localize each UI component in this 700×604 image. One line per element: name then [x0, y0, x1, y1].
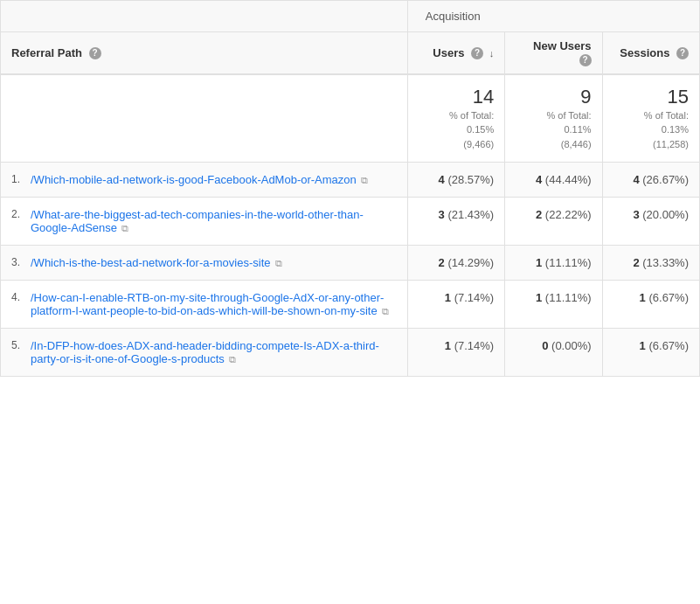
- sessions-help-icon[interactable]: ?: [676, 47, 689, 59]
- row-number: 1.: [11, 173, 27, 185]
- table-row: 1./Which-mobile-ad-network-is-good-Faceb…: [1, 163, 700, 198]
- sessions-cell: 4 (26.67%): [602, 163, 699, 198]
- totals-new-users-sub: % of Total: 0.11% (8,446): [516, 108, 591, 152]
- table-row: 2./What-are-the-biggest-ad-tech-companie…: [1, 198, 700, 246]
- new-users-help-icon[interactable]: ?: [579, 54, 592, 66]
- users-cell: 4 (28.57%): [407, 163, 504, 198]
- new-users-cell: 1 (11.11%): [505, 246, 602, 281]
- users-cell: 3 (21.43%): [407, 198, 504, 246]
- users-help-icon[interactable]: ?: [471, 47, 483, 59]
- sessions-cell: 1 (6.67%): [602, 281, 699, 329]
- new-users-cell: 4 (44.44%): [505, 163, 602, 198]
- referral-path-link[interactable]: /Which-mobile-ad-network-is-good-Faceboo…: [31, 173, 357, 186]
- users-cell: 1 (7.14%): [407, 281, 504, 329]
- copy-icon[interactable]: ⧉: [275, 258, 282, 269]
- copy-icon[interactable]: ⧉: [382, 306, 389, 317]
- analytics-table: Acquisition Referral Path ? Users ? ↓ Ne…: [0, 0, 700, 377]
- referral-path-help-icon[interactable]: ?: [89, 47, 101, 59]
- new-users-column-header: New Users ?: [505, 32, 602, 74]
- referral-path-link[interactable]: /What-are-the-biggest-ad-tech-companies-…: [31, 208, 364, 234]
- totals-new-users-cell: 9 % of Total: 0.11% (8,446): [505, 74, 602, 163]
- totals-users-value: 14: [419, 86, 494, 108]
- totals-users-sub: % of Total: 0.15% (9,466): [419, 108, 494, 152]
- referral-cell: 5./In-DFP-how-does-ADX-and-header-biddin…: [1, 329, 408, 377]
- row-number: 5.: [11, 339, 27, 351]
- referral-path-link[interactable]: /How-can-I-enable-RTB-on-my-site-through…: [31, 291, 384, 317]
- totals-new-users-value: 9: [516, 86, 591, 108]
- table-row: 5./In-DFP-how-does-ADX-and-header-biddin…: [1, 329, 700, 377]
- referral-path-link[interactable]: /In-DFP-how-does-ADX-and-header-bidding-…: [31, 339, 379, 365]
- referral-path-header: Referral Path ?: [1, 32, 408, 74]
- copy-icon[interactable]: ⧉: [229, 354, 236, 365]
- referral-cell: 3./Which-is-the-best-ad-network-for-a-mo…: [1, 246, 408, 281]
- referral-cell: 4./How-can-I-enable-RTB-on-my-site-throu…: [1, 281, 408, 329]
- acquisition-header: Acquisition: [407, 1, 699, 32]
- sessions-cell: 1 (6.67%): [602, 329, 699, 377]
- totals-users-cell: 14 % of Total: 0.15% (9,466): [407, 74, 504, 163]
- referral-cell: 2./What-are-the-biggest-ad-tech-companie…: [1, 198, 408, 246]
- totals-row: 14 % of Total: 0.15% (9,466) 9 % of Tota…: [1, 74, 700, 163]
- new-users-cell: 1 (11.11%): [505, 281, 602, 329]
- table-row: 3./Which-is-the-best-ad-network-for-a-mo…: [1, 246, 700, 281]
- row-number: 3.: [11, 256, 27, 268]
- row-number: 2.: [11, 208, 27, 220]
- users-cell: 1 (7.14%): [407, 329, 504, 377]
- new-users-cell: 0 (0.00%): [505, 329, 602, 377]
- users-cell: 2 (14.29%): [407, 246, 504, 281]
- sessions-cell: 2 (13.33%): [602, 246, 699, 281]
- table-row: 4./How-can-I-enable-RTB-on-my-site-throu…: [1, 281, 700, 329]
- new-users-cell: 2 (22.22%): [505, 198, 602, 246]
- referral-path-link[interactable]: /Which-is-the-best-ad-network-for-a-movi…: [31, 256, 271, 269]
- row-number: 4.: [11, 291, 27, 303]
- copy-icon[interactable]: ⧉: [121, 223, 128, 234]
- referral-cell: 1./Which-mobile-ad-network-is-good-Faceb…: [1, 163, 408, 198]
- totals-referral-cell: [1, 74, 408, 163]
- totals-sessions-value: 15: [613, 86, 689, 108]
- users-column-header: Users ? ↓: [407, 32, 504, 74]
- copy-icon[interactable]: ⧉: [361, 175, 368, 186]
- totals-sessions-cell: 15 % of Total: 0.13% (11,258): [602, 74, 699, 163]
- sort-descending-icon[interactable]: ↓: [489, 48, 495, 59]
- acquisition-label: Acquisition: [426, 10, 481, 23]
- totals-sessions-sub: % of Total: 0.13% (11,258): [613, 108, 689, 152]
- empty-header: [1, 1, 408, 32]
- sessions-cell: 3 (20.00%): [602, 198, 699, 246]
- sessions-column-header: Sessions ?: [602, 32, 699, 74]
